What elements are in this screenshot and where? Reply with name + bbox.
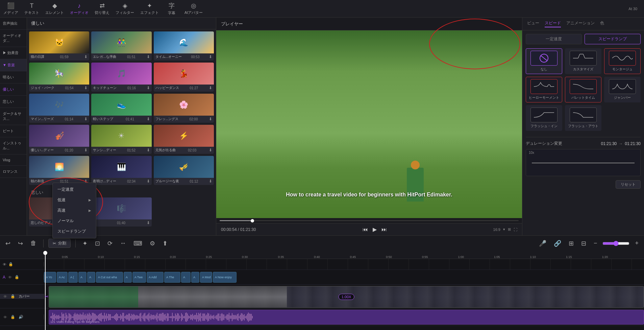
player-scrubber[interactable] bbox=[216, 218, 522, 223]
timeline-playhead[interactable] bbox=[45, 251, 46, 330]
audio-lock-btn[interactable]: 🔒 bbox=[10, 314, 16, 320]
tab-view[interactable]: ビュー bbox=[527, 20, 539, 27]
video-lock-btn[interactable]: 🔒 bbox=[10, 294, 16, 299]
export-btn[interactable]: ⬆ bbox=[160, 238, 170, 249]
toolbar-element[interactable]: ◆ エレメント bbox=[45, 2, 64, 15]
toolbar-filter[interactable]: ◈ フィルター bbox=[116, 2, 134, 15]
sidebar-item-beat[interactable]: ビート bbox=[0, 125, 27, 137]
delete-button[interactable]: 🗑 bbox=[28, 238, 39, 248]
sidebar-item-gentle[interactable]: 優しい bbox=[0, 84, 27, 96]
mic-btn[interactable]: 🎤 bbox=[537, 238, 548, 249]
sidebar-item-sad[interactable]: 悲しい bbox=[0, 96, 27, 108]
media-card-kid[interactable]: 🎵 キッドチューン 01:16 ⬇ bbox=[91, 63, 151, 92]
reset-button[interactable]: リセット bbox=[616, 180, 641, 189]
ctx-speed-ramp[interactable]: スピードランプ bbox=[53, 226, 96, 237]
prev-button[interactable]: ⏮ bbox=[363, 227, 368, 233]
text-clip-9[interactable]: A Add bbox=[147, 272, 164, 283]
media-card-sunny[interactable]: ☀ サンシ...ディー 01:52 ⬇ bbox=[91, 125, 151, 154]
media-card-gentle[interactable]: 🎻 優しい...ディー 01:20 ⬇ bbox=[29, 125, 89, 154]
next-button[interactable]: ⏭ bbox=[381, 227, 387, 233]
card-download-energy[interactable]: ⬇ bbox=[209, 148, 212, 152]
sidebar-item-dark[interactable]: ダーク＆サス... bbox=[0, 108, 27, 125]
card-download-fresh[interactable]: ⬇ bbox=[209, 117, 212, 121]
link-btn[interactable]: 🔗 bbox=[552, 238, 563, 249]
sidebar-item-extract[interactable]: 音声抽出 bbox=[0, 18, 27, 30]
media-card-elega[interactable]: 👫 エレガ...な序曲 01:51 ⬇ bbox=[91, 31, 151, 61]
audio-eye-btn[interactable]: 👁 bbox=[3, 315, 8, 320]
preset-flashout[interactable]: フラッシュ・アウト bbox=[565, 105, 601, 131]
ctx-constant-speed[interactable]: 一定速度 bbox=[53, 184, 96, 195]
speed-tab-constant[interactable]: 一定速度 bbox=[526, 34, 582, 44]
card-download-kid[interactable]: ⬇ bbox=[147, 86, 150, 90]
ctx-slow[interactable]: 低速 ▶ bbox=[53, 195, 96, 205]
text-clip-2[interactable]: A Ac bbox=[57, 272, 68, 283]
text-clip-4[interactable]: A bbox=[78, 272, 86, 283]
text-clip-11[interactable]: A bbox=[181, 272, 191, 283]
sidebar-item-inst[interactable]: インストゥル... bbox=[0, 137, 27, 155]
magic-button[interactable]: ✦ bbox=[80, 238, 90, 249]
media-card-time[interactable]: 🌊 タイム...オーニー 00:53 ⬇ bbox=[154, 31, 214, 61]
sidebar-item-bright[interactable]: 明るい bbox=[0, 71, 27, 84]
mirror-button[interactable]: ↔ bbox=[118, 238, 128, 248]
text-clip-6[interactable]: A Cut out wha bbox=[96, 272, 123, 283]
plus-btn[interactable]: + bbox=[633, 238, 641, 248]
media-card-fresh[interactable]: 🌸 フレッ...ングス 02:00 ⬇ bbox=[154, 94, 214, 123]
redo-button[interactable]: ↪ bbox=[16, 238, 25, 249]
tab-speed[interactable]: スピード bbox=[545, 20, 561, 27]
card-download-night[interactable]: ⬇ bbox=[147, 179, 150, 184]
sidebar-item-vlog[interactable]: Vlog bbox=[0, 155, 27, 166]
ctx-fast[interactable]: 高速 ▶ bbox=[53, 205, 96, 216]
preset-bullet[interactable]: バレットタイム bbox=[565, 77, 601, 102]
text-clip-12[interactable]: A bbox=[191, 272, 199, 283]
flip-button[interactable]: ⟳ bbox=[105, 238, 115, 249]
media-card-night[interactable]: 🎹 夜明け...ディー 02:34 ⬇ bbox=[91, 156, 151, 185]
preset-hero[interactable]: ヒーローモーメント bbox=[526, 77, 562, 102]
sidebar-item-music[interactable]: ▼ 音楽 bbox=[0, 59, 27, 71]
sidebar-item-romance[interactable]: ロマンス bbox=[0, 166, 27, 178]
split-button[interactable]: ✂ 分割 bbox=[48, 239, 71, 248]
audio-mute-btn[interactable]: 🔊 bbox=[18, 314, 24, 320]
settings-btn[interactable]: ⚙ bbox=[148, 238, 157, 249]
text-lock-btn[interactable]: 🔒 bbox=[14, 275, 20, 280]
card-download-main[interactable]: ⬇ bbox=[84, 117, 88, 121]
toolbar-caption[interactable]: 字 字幕 bbox=[165, 2, 178, 16]
media-card-main[interactable]: 🎶 マイン...リーズ 01:14 ⬇ bbox=[29, 94, 89, 123]
zoom-slider[interactable] bbox=[602, 241, 629, 246]
toolbar-ai[interactable]: ◎ AIアバター bbox=[184, 2, 203, 15]
player-progress-bg[interactable] bbox=[220, 220, 519, 221]
preset-customize[interactable]: カスタマイズ bbox=[565, 48, 601, 74]
text-clip-8[interactable]: A Twe bbox=[132, 272, 146, 283]
media-card-energy[interactable]: ⚡ 元気が出る曲 02:03 ⬇ bbox=[154, 125, 214, 154]
text-clip-14[interactable]: A Now enjoy bbox=[213, 272, 237, 283]
toolbar-transition[interactable]: ⇄ 切り替え bbox=[95, 2, 109, 15]
card-download-happy[interactable]: ⬇ bbox=[209, 86, 212, 90]
speed-tab-ramp[interactable]: スピードランプ bbox=[585, 34, 641, 44]
video-clip-main[interactable]: 1.00X bbox=[49, 286, 644, 308]
media-card-joy[interactable]: 🎠 ジョイ・パーク 01:54 ⬇ bbox=[29, 63, 89, 92]
preset-flashin[interactable]: フラッシュ・イン bbox=[526, 105, 562, 131]
join-btn[interactable]: ⊟ bbox=[579, 238, 588, 249]
card-download-sad2[interactable]: ⬇ bbox=[147, 220, 150, 225]
text-clip-3[interactable]: A ( bbox=[68, 272, 78, 283]
text-clip-7[interactable]: A bbox=[124, 272, 132, 283]
media-card-bluejazz[interactable]: 🎺 ブルージーな夜 01:12 ⬇ bbox=[154, 156, 214, 185]
card-download-step[interactable]: ⬇ bbox=[147, 117, 150, 121]
caption-btn[interactable]: ⌨ bbox=[131, 238, 144, 249]
text-clip-10[interactable]: A The bbox=[164, 272, 180, 283]
tab-animation[interactable]: アニメーション bbox=[566, 20, 595, 27]
play-button[interactable]: ▶ bbox=[373, 226, 377, 233]
text-clip-13[interactable]: A Mod bbox=[200, 272, 212, 283]
card-download-joy[interactable]: ⬇ bbox=[84, 86, 88, 90]
media-card-step[interactable]: 👟 軽いステップ 01:41 ⬇ bbox=[91, 94, 151, 123]
text-clip-1[interactable]: A Yo bbox=[44, 272, 56, 283]
card-download-gentle[interactable]: ⬇ bbox=[84, 148, 88, 152]
ctx-normal[interactable]: ノーマル bbox=[53, 216, 96, 226]
text-eye-btn[interactable]: 👁 bbox=[7, 275, 13, 280]
split2-btn[interactable]: ⊞ bbox=[567, 238, 576, 249]
card-download-time[interactable]: ⬇ bbox=[209, 54, 212, 59]
sidebar-item-sfx[interactable]: ▶ 効果音 bbox=[0, 47, 27, 59]
preset-jumper[interactable]: ジャンパー bbox=[604, 77, 641, 102]
card-download-elega[interactable]: ⬇ bbox=[147, 54, 150, 59]
preset-none[interactable]: なし bbox=[526, 48, 562, 74]
audio-clip-music[interactable]: 121 Video Editing Tips for Beginners bbox=[49, 310, 644, 325]
